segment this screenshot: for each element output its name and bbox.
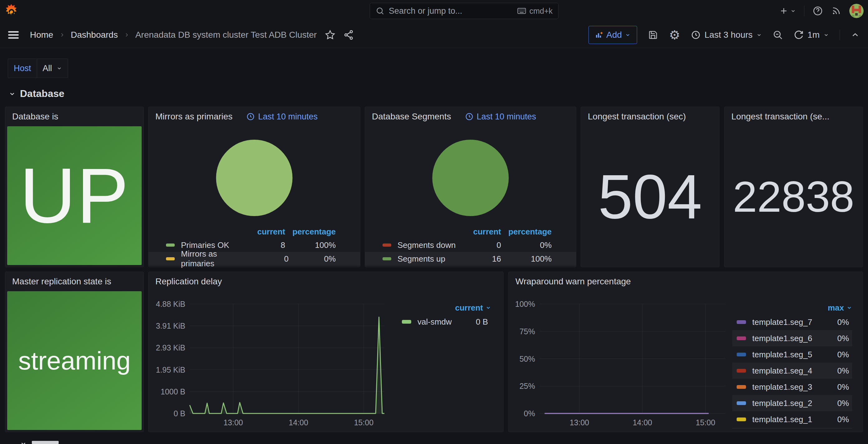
y-axis-tick-label: 0% — [524, 409, 535, 418]
refresh-interval-label: 1m — [807, 30, 819, 40]
legend-label: template1.seg_5 — [752, 350, 812, 360]
legend-swatch — [166, 243, 175, 247]
chevron-right-icon — [124, 32, 130, 38]
menu-toggle-button[interactable] — [8, 31, 19, 39]
legend-percentage-value: 100% — [285, 240, 336, 250]
legend-sort-percentage[interactable]: percentage — [285, 227, 336, 237]
variable-host-value-dropdown[interactable]: All — [37, 59, 68, 78]
toolbar-divider — [840, 30, 840, 40]
chevron-right-icon — [59, 32, 65, 38]
legend-item[interactable]: template1.seg_30% — [732, 379, 852, 395]
grafana-logo-icon — [4, 3, 18, 19]
panel-time-override: Last 10 minutes — [465, 112, 536, 122]
legend-label: template1.seg_7 — [752, 317, 812, 327]
dashboard-variables: Host All — [8, 59, 68, 78]
news-button[interactable] — [831, 6, 841, 16]
favorite-button[interactable] — [325, 30, 335, 40]
panel-header[interactable]: Longest transaction (se... — [724, 107, 863, 126]
legend-item[interactable]: Mirrors as primaries00% — [149, 252, 360, 266]
legend-label: template1.seg_4 — [752, 366, 812, 376]
zoom-out-time-button[interactable] — [773, 30, 783, 40]
legend-header-row: currentpercentage — [149, 225, 360, 238]
search-placeholder: Search or jump to... — [389, 6, 462, 16]
legend-label: template1.seg_6 — [752, 334, 812, 343]
x-axis-tick-label: 14:00 — [289, 418, 308, 427]
legend-value: 0% — [837, 382, 849, 392]
x-axis-tick-label: 15:00 — [696, 418, 715, 427]
time-range-label: Last 3 hours — [705, 30, 752, 40]
next-row-section-clipped[interactable] — [20, 440, 59, 444]
legend-sort-percentage[interactable]: percentage — [501, 227, 552, 237]
legend-swatch — [382, 257, 391, 260]
legend-item[interactable]: template1.seg_70% — [732, 314, 852, 330]
legend-item[interactable]: val-smdw0 B — [398, 314, 491, 330]
legend-item[interactable]: template1.seg_60% — [732, 330, 852, 346]
time-range-picker[interactable]: Last 3 hours — [691, 30, 762, 40]
user-avatar[interactable] — [849, 4, 864, 18]
panel-replication-delay: Replication delay 4.88 KiB3.91 KiB2.93 K… — [148, 272, 503, 432]
variable-host-label[interactable]: Host — [8, 59, 37, 78]
legend-current-value: 8 — [242, 240, 285, 250]
legend-item[interactable]: Primaries OK8100% — [149, 238, 360, 252]
panel-header[interactable]: Database is — [5, 107, 144, 126]
panel-header[interactable]: Master replication state is — [5, 272, 144, 291]
grafana-logo[interactable] — [4, 3, 18, 19]
y-axis-tick-label: 50% — [520, 354, 535, 363]
legend-item[interactable]: template1.seg_10% — [732, 411, 852, 428]
replication-delay-chart[interactable]: 4.88 KiB3.91 KiB2.93 KiB1.95 KiB1000 B0 … — [149, 272, 503, 432]
panel-header[interactable]: Longest transaction (sec) — [581, 107, 719, 126]
clock-icon — [246, 112, 255, 121]
legend-label: Primaries OK — [181, 240, 229, 250]
dashboard-settings-button[interactable]: ⚙ — [669, 29, 680, 41]
chevron-down-icon — [20, 440, 27, 444]
stat-value: 22838 — [724, 126, 863, 267]
refresh-picker[interactable]: 1m — [794, 30, 829, 40]
pie-chart-segments[interactable] — [432, 140, 509, 216]
legend-sort-max[interactable]: max — [732, 302, 852, 314]
panel-title: Database Segments — [372, 112, 451, 122]
save-icon — [648, 30, 658, 40]
legend-current-value: 0 — [457, 240, 501, 250]
chevron-down-icon — [486, 305, 491, 311]
add-panel-button[interactable]: Add — [588, 26, 637, 44]
row-section-database[interactable]: Database — [9, 88, 64, 99]
breadcrumb-current-dashboard: Arenadata DB system cluster Test ADB Clu… — [135, 30, 317, 40]
chevron-down-icon — [625, 32, 630, 38]
legend-item[interactable]: template1.seg_20% — [732, 395, 852, 411]
rss-icon — [831, 6, 841, 16]
legend-item[interactable]: Segments up16100% — [365, 252, 576, 266]
new-menu-button[interactable] — [779, 6, 796, 15]
panel-longest-transaction-sec: Longest transaction (sec) 504 — [581, 107, 719, 267]
panel-database-is: Database is UP — [5, 107, 144, 267]
legend-item[interactable]: template1.seg_50% — [732, 346, 852, 363]
keyboard-shortcut-hint: cmd+k — [517, 6, 553, 15]
pie-chart-mirrors[interactable] — [216, 140, 293, 216]
refresh-icon — [794, 30, 804, 40]
y-axis-tick-label: 1000 B — [161, 387, 185, 396]
search-input[interactable]: Search or jump to... cmd+k — [370, 3, 558, 19]
legend-item[interactable]: Segments down00% — [365, 238, 576, 252]
breadcrumb-home[interactable]: Home — [30, 30, 53, 40]
stat-background: UP — [7, 126, 142, 265]
panel-header[interactable]: Mirrors as primaries Last 10 minutes — [149, 107, 360, 126]
breadcrumb-dashboards[interactable]: Dashboards — [71, 30, 118, 40]
panel-database-segments: Database Segments Last 10 minutes curren… — [365, 107, 576, 267]
y-axis-tick-label: 2.93 KiB — [156, 343, 185, 352]
legend-swatch — [737, 417, 746, 421]
x-axis-tick-label: 15:00 — [354, 418, 373, 427]
legend-sort-current[interactable]: current — [242, 227, 285, 237]
panel-header[interactable]: Database Segments Last 10 minutes — [365, 107, 576, 126]
legend-sort-current[interactable]: current — [398, 302, 491, 314]
help-button[interactable] — [812, 6, 823, 16]
panel-title: Mirrors as primaries — [155, 112, 232, 122]
legend-swatch — [166, 257, 175, 260]
legend-value: 0% — [837, 350, 849, 360]
share-button[interactable] — [343, 30, 354, 40]
legend-sort-current[interactable]: current — [457, 227, 501, 237]
save-dashboard-button[interactable] — [648, 30, 658, 40]
legend-swatch — [737, 369, 746, 373]
legend-value: 0% — [837, 415, 849, 424]
collapse-toolbar-button[interactable] — [850, 30, 860, 40]
chevron-down-icon — [57, 66, 62, 71]
legend-item[interactable]: template1.seg_40% — [732, 363, 852, 379]
